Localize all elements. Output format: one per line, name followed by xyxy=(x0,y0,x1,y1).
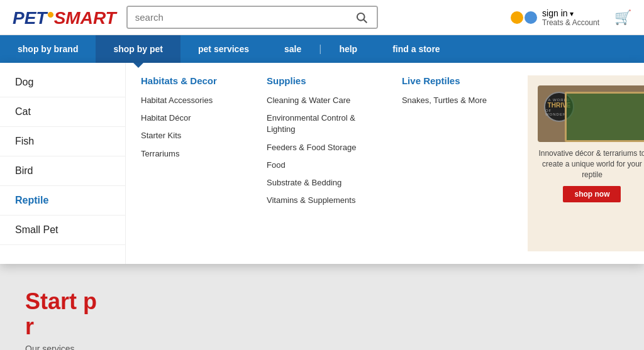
link-feeders-food-storage[interactable]: Feeders & Food Storage xyxy=(267,142,377,153)
link-terrariums[interactable]: Terrariums xyxy=(141,148,242,160)
treats-account-label: Treats & Account xyxy=(542,18,599,27)
account-area[interactable]: sign in ▾ Treats & Account xyxy=(511,8,599,27)
section-supplies: Supplies Cleaning & Water Care Environme… xyxy=(267,75,377,251)
link-starter-kits[interactable]: Starter Kits xyxy=(141,130,242,141)
link-environmental-control[interactable]: Environmental Control & Lighting xyxy=(267,112,377,135)
link-habitat-accessories[interactable]: Habitat Accessories xyxy=(141,95,242,106)
section-live-reptiles: Live Reptiles Snakes, Turtles & More xyxy=(402,75,502,251)
sign-in-text: sign in ▾ xyxy=(542,8,599,18)
nav-bar: shop by brand shop by pet pet services s… xyxy=(0,35,644,63)
logo-dot: • xyxy=(47,3,53,26)
hero-services-text: Our services For p xyxy=(25,344,97,350)
pet-item-reptile[interactable]: Reptile xyxy=(0,186,125,216)
search-button[interactable] xyxy=(347,7,377,28)
nav-pet-services[interactable]: pet services xyxy=(180,35,267,63)
pet-item-fish[interactable]: Fish xyxy=(0,127,125,156)
link-vitamins-supplements[interactable]: Vitamins & Supplements xyxy=(267,195,377,206)
promo-shop-now-button[interactable]: shop now xyxy=(563,186,621,202)
cart-icon[interactable]: 🛒 xyxy=(614,9,631,26)
account-avatar xyxy=(511,11,537,24)
pet-item-small-pet[interactable]: Small Pet xyxy=(0,216,125,245)
logo-smart: SMART xyxy=(54,8,116,28)
nav-find-store[interactable]: find a store xyxy=(375,35,457,63)
section-supplies-title: Supplies xyxy=(267,75,377,86)
hero-area: Start p r Our services For p learn more xyxy=(0,264,644,350)
section-habitats-title: Habitats & Decor xyxy=(141,75,242,86)
hero-title: Start p r xyxy=(25,289,97,339)
pet-item-dog[interactable]: Dog xyxy=(0,68,125,97)
dropdown-menu: Dog Cat Fish Bird Reptile Small Pet Habi… xyxy=(0,63,644,264)
search-input[interactable] xyxy=(128,7,347,28)
nav-shop-by-pet[interactable]: shop by pet xyxy=(96,35,180,63)
pet-item-bird[interactable]: Bird xyxy=(0,156,125,186)
search-bar xyxy=(126,6,378,29)
logo-pet: PET xyxy=(13,8,47,28)
svg-line-1 xyxy=(364,19,367,23)
terrarium-image xyxy=(565,92,644,142)
avatar-blue xyxy=(525,11,537,24)
link-cleaning-water-care[interactable]: Cleaning & Water Care xyxy=(267,95,377,106)
header: PET•SMART sign in ▾ Treats & Account xyxy=(0,0,644,35)
link-habitat-decor[interactable]: Habitat Décor xyxy=(141,112,242,124)
promo-box: A WORLD THRIVE OF WONDER Innovative déco… xyxy=(528,75,644,251)
account-info: sign in ▾ Treats & Account xyxy=(542,8,599,27)
nav-shop-by-brand[interactable]: shop by brand xyxy=(0,35,96,63)
nav-help[interactable]: help xyxy=(321,35,375,63)
pet-list: Dog Cat Fish Bird Reptile Small Pet xyxy=(0,63,126,264)
link-snakes-turtles[interactable]: Snakes, Turtles & More xyxy=(402,95,502,106)
nav-sale[interactable]: sale xyxy=(267,35,319,63)
avatar-orange xyxy=(511,11,523,24)
svg-point-0 xyxy=(357,13,365,20)
link-substrate-bedding[interactable]: Substrate & Bedding xyxy=(267,177,377,189)
section-live-reptiles-title: Live Reptiles xyxy=(402,75,502,86)
logo[interactable]: PET•SMART xyxy=(13,6,116,29)
hero-content: Start p r Our services For p learn more xyxy=(25,289,97,350)
search-icon xyxy=(355,11,368,24)
section-habitats: Habitats & Decor Habitat Accessories Hab… xyxy=(141,75,242,251)
pet-item-cat[interactable]: Cat xyxy=(0,97,125,127)
dropdown-content: Habitats & Decor Habitat Accessories Hab… xyxy=(126,63,644,264)
link-food[interactable]: Food xyxy=(267,160,377,171)
promo-description: Innovative décor & terrariums to create … xyxy=(538,148,644,180)
promo-image: A WORLD THRIVE OF WONDER xyxy=(538,85,644,142)
dropdown-container: Dog Cat Fish Bird Reptile Small Pet Habi… xyxy=(0,63,644,264)
header-right: sign in ▾ Treats & Account 🛒 xyxy=(511,8,631,27)
